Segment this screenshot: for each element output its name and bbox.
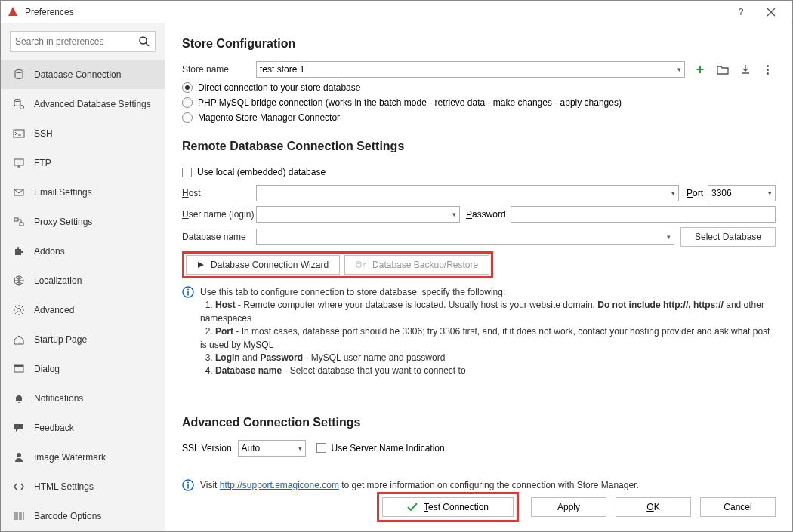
sidebar-item-ssh[interactable]: SSH <box>1 118 165 148</box>
sidebar-label: Addons <box>34 246 65 257</box>
select-database-button[interactable]: Select Database <box>680 227 776 247</box>
database-icon <box>13 69 25 81</box>
search-input[interactable] <box>15 36 138 47</box>
svg-point-19 <box>187 289 189 291</box>
radio-direct[interactable]: Direct connection to your store database <box>182 82 776 93</box>
svg-rect-9 <box>14 218 18 221</box>
svg-rect-23 <box>187 484 189 488</box>
sidebar-item-database-connection[interactable]: Database Connection <box>1 60 165 89</box>
svg-point-12 <box>17 308 21 312</box>
db-name-combo[interactable]: ▾ <box>256 229 674 245</box>
sidebar-item-localization[interactable]: Localization <box>1 266 165 295</box>
sidebar-item-watermark[interactable]: Image Watermark <box>1 442 165 472</box>
content-panel: Store Configuration Store name test stor… <box>165 23 792 531</box>
use-local-checkbox[interactable] <box>182 168 192 177</box>
radio-icon <box>182 82 193 93</box>
barcode-icon <box>13 510 25 522</box>
svg-rect-6 <box>14 130 24 137</box>
chevron-down-icon: ▾ <box>452 211 456 218</box>
sidebar-item-notifications[interactable]: Notifications <box>1 383 165 413</box>
sidebar-label: Advanced <box>34 305 74 315</box>
user-label: User name (login) <box>182 209 256 220</box>
open-folder-button[interactable] <box>715 61 730 78</box>
svg-point-5 <box>20 105 24 109</box>
sidebar-item-dialog[interactable]: Dialog <box>1 354 165 383</box>
radio-bridge[interactable]: PHP MySQL bridge connection (works in th… <box>182 97 776 108</box>
store-name-value: test store 1 <box>260 64 304 75</box>
bell-icon <box>13 392 25 404</box>
window-title: Preferences <box>25 7 726 17</box>
monitor-icon <box>13 157 25 169</box>
svg-point-4 <box>14 99 20 101</box>
sidebar-item-html[interactable]: HTML Settings <box>1 472 165 501</box>
host-combo[interactable]: ▾ <box>256 185 679 201</box>
chevron-down-icon: ▾ <box>677 66 681 73</box>
radio-icon <box>182 97 193 108</box>
sidebar-item-ftp[interactable]: FTP <box>1 148 165 177</box>
help-button[interactable]: ? <box>726 1 756 23</box>
search-box[interactable] <box>10 31 156 52</box>
svg-line-2 <box>146 43 149 46</box>
ssl-label: SSL Version <box>182 443 232 454</box>
sidebar-item-addons[interactable]: Addons <box>1 236 165 266</box>
chevron-down-icon: ▾ <box>667 233 671 241</box>
chat-icon <box>13 422 25 434</box>
svg-rect-10 <box>20 223 23 226</box>
store-config-heading: Store Configuration <box>182 37 776 51</box>
sni-checkbox[interactable] <box>316 443 326 453</box>
svg-point-1 <box>140 37 147 44</box>
password-input[interactable] <box>511 206 776 223</box>
sidebar-label: Feedback <box>34 423 74 433</box>
db-wizard-button[interactable]: Database Connection Wizard <box>186 255 340 275</box>
footer-buttons: Test Connection Apply OK Cancel <box>182 492 776 522</box>
sidebar-label: HTML Settings <box>34 481 94 492</box>
user-icon <box>13 451 25 463</box>
password-label: Password <box>466 209 506 220</box>
chevron-down-icon: ▾ <box>298 444 302 452</box>
sidebar-label: Database Connection <box>34 69 121 80</box>
backup-icon <box>356 260 366 269</box>
dialog-icon <box>13 363 25 375</box>
ok-button[interactable]: OK <box>616 497 691 517</box>
more-button[interactable] <box>761 61 776 78</box>
terminal-icon <box>13 128 25 140</box>
sidebar-item-barcode[interactable]: Barcode Options <box>1 501 165 530</box>
sidebar-item-proxy[interactable]: Proxy Settings <box>1 207 165 236</box>
sidebar-item-startup[interactable]: Startup Page <box>1 324 165 354</box>
sidebar-item-advanced-db[interactable]: Advanced Database Settings <box>1 89 165 118</box>
cancel-button[interactable]: Cancel <box>700 497 776 517</box>
close-button[interactable] <box>756 1 786 23</box>
sidebar-label: Proxy Settings <box>34 217 92 227</box>
svg-marker-0 <box>8 7 17 16</box>
ssl-combo[interactable]: Auto▾ <box>238 440 306 457</box>
chevron-down-icon: ▾ <box>671 189 675 197</box>
info-icon <box>182 479 194 491</box>
add-store-button[interactable]: + <box>693 61 708 78</box>
sidebar-label: Barcode Options <box>34 511 101 521</box>
svg-point-15 <box>17 453 21 457</box>
sidebar-label: SSH <box>34 128 53 139</box>
info-icon <box>182 286 194 298</box>
sidebar-label: FTP <box>34 158 51 168</box>
sidebar-label: Startup Page <box>34 334 87 345</box>
apply-button[interactable]: Apply <box>531 497 606 517</box>
test-connection-button[interactable]: Test Connection <box>382 497 514 517</box>
svg-point-17 <box>356 262 361 264</box>
svg-rect-20 <box>187 291 189 296</box>
home-icon <box>13 334 25 346</box>
db-backup-button[interactable]: Database Backup/Restore <box>344 255 489 275</box>
radio-connector[interactable]: Magento Store Manager Connector <box>182 112 776 123</box>
store-name-combo[interactable]: test store 1 ▾ <box>256 61 685 78</box>
svg-point-3 <box>15 69 23 72</box>
play-icon <box>197 261 205 269</box>
svg-rect-14 <box>14 365 23 367</box>
port-combo[interactable]: 3306▾ <box>708 185 776 201</box>
sidebar-item-advanced[interactable]: Advanced <box>1 295 165 324</box>
save-button[interactable] <box>738 61 753 78</box>
support-link[interactable]: http://support.emagicone.com <box>220 480 339 490</box>
user-combo[interactable]: ▾ <box>256 206 460 223</box>
sidebar-item-email[interactable]: Email Settings <box>1 177 165 207</box>
radio-icon <box>182 112 193 123</box>
sidebar-item-feedback[interactable]: Feedback <box>1 413 165 442</box>
sidebar-label: Email Settings <box>34 187 92 198</box>
